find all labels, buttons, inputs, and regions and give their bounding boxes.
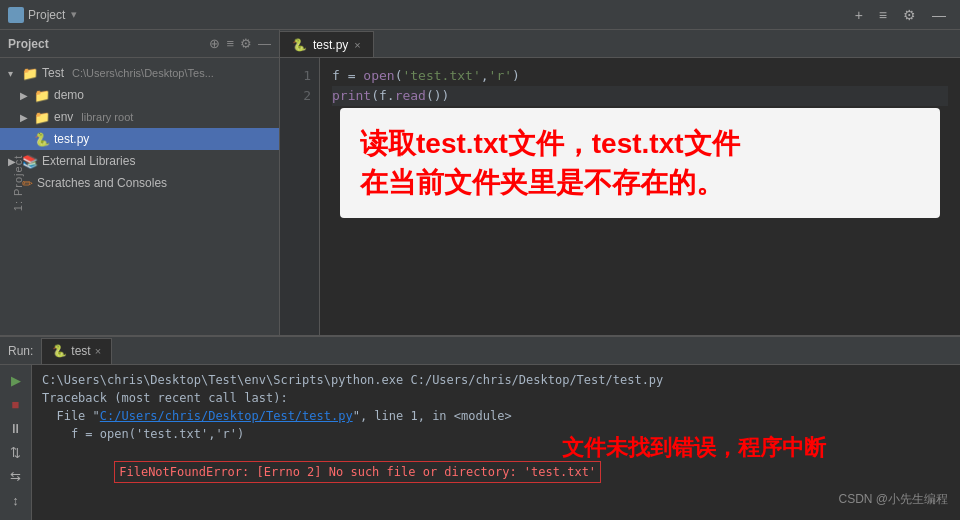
- top-bar-arrow: ▾: [71, 8, 77, 21]
- tree-label: Test: [42, 66, 64, 80]
- run-stop-btn[interactable]: ■: [5, 393, 27, 415]
- main-area: Project ⊕ ≡ ⚙ — ▾ 📁 Test C:\Users\chris\…: [0, 30, 960, 335]
- tree-sub: library root: [81, 111, 133, 123]
- settings-icon[interactable]: ⚙: [240, 36, 252, 51]
- add-module-icon[interactable]: ⊕: [209, 36, 220, 51]
- app-icon: [8, 7, 24, 23]
- run-tab-close[interactable]: ×: [95, 345, 101, 357]
- run-scroll-btn[interactable]: ⇆: [5, 465, 27, 487]
- tree-arrow: [20, 134, 30, 145]
- tree-label: env: [54, 110, 73, 124]
- run-tab[interactable]: 🐍 test ×: [41, 338, 112, 364]
- tab-testpy[interactable]: 🐍 test.py ×: [280, 31, 374, 57]
- run-pin-btn[interactable]: ↕: [5, 489, 27, 511]
- output-line-2: Traceback (most recent call last):: [42, 389, 950, 407]
- tree-item-scratches[interactable]: ✏ Scratches and Consoles: [0, 172, 279, 194]
- editor-area: 🐍 test.py × 1 2 f = open('test.txt','r')…: [280, 30, 960, 335]
- code-content[interactable]: f = open('test.txt','r') print(f.read())…: [320, 58, 960, 335]
- python-file-icon: 🐍: [34, 132, 50, 147]
- settings-btn[interactable]: ⚙: [897, 5, 922, 25]
- sidebar: Project ⊕ ≡ ⚙ — ▾ 📁 Test C:\Users\chris\…: [0, 30, 280, 335]
- add-btn[interactable]: +: [849, 5, 869, 25]
- output-line-3: File "C:/Users/chris/Desktop/Test/test.p…: [42, 407, 950, 425]
- code-annotation: 读取test.txt文件，test.txt文件在当前文件夹里是不存在的。: [340, 108, 940, 218]
- folder-icon: 📁: [22, 66, 38, 81]
- run-output[interactable]: C:\Users\chris\Desktop\Test\env\Scripts\…: [32, 365, 960, 520]
- error-message: FileNotFoundError: [Errno 2] No such fil…: [114, 461, 601, 483]
- collapse-icon[interactable]: —: [258, 36, 271, 51]
- code-line-1: f = open('test.txt','r'): [332, 66, 948, 86]
- tree-item-demo[interactable]: ▶ 📁 demo: [0, 84, 279, 106]
- run-rerun-btn[interactable]: ⇅: [5, 441, 27, 463]
- minimize-btn[interactable]: —: [926, 5, 952, 25]
- output-line-1: C:\Users\chris\Desktop\Test\env\Scripts\…: [42, 371, 950, 389]
- annotation-text: 读取test.txt文件，test.txt文件在当前文件夹里是不存在的。: [360, 124, 920, 202]
- run-label: Run:: [8, 344, 33, 358]
- tree-arrow: ▶: [20, 90, 30, 101]
- tree-item-external-libs[interactable]: ▶ 📚 External Libraries: [0, 150, 279, 172]
- code-editor: 1 2 f = open('test.txt','r') print(f.rea…: [280, 58, 960, 335]
- tab-close-btn[interactable]: ×: [354, 39, 360, 51]
- tree-label: External Libraries: [42, 154, 135, 168]
- run-sidebar: ▶ ■ ⏸ ⇅ ⇆ ↕: [0, 365, 32, 520]
- tab-label: test.py: [313, 38, 348, 52]
- tree-label: Scratches and Consoles: [37, 176, 167, 190]
- library-icon: 📚: [22, 154, 38, 169]
- add-folder-icon[interactable]: ≡: [226, 36, 234, 51]
- line-numbers: 1 2: [280, 58, 320, 335]
- tree-arrow: ▾: [8, 68, 18, 79]
- line-number: 2: [280, 86, 311, 106]
- vertical-tab-label: 1: Project: [12, 154, 24, 210]
- folder-icon: 📁: [34, 88, 50, 103]
- run-tab-icon: 🐍: [52, 344, 67, 358]
- error-annotation-text: 文件未找到错误，程序中断: [562, 439, 826, 457]
- tree-arrow: ▶: [20, 112, 30, 123]
- run-panel: Run: 🐍 test × ▶ ■ ⏸ ⇅ ⇆ ↕ C:\Users\chris…: [0, 335, 960, 520]
- code-line-2: print(f.read()): [332, 86, 948, 106]
- traceback-link[interactable]: C:/Users/chris/Desktop/Test/test.py: [100, 409, 353, 423]
- error-line-container: FileNotFoundError: [Errno 2] No such fil…: [42, 443, 950, 501]
- top-bar: Project ▾ + ≡ ⚙ —: [0, 0, 960, 30]
- run-pause-btn[interactable]: ⏸: [5, 417, 27, 439]
- tree-sub: C:\Users\chris\Desktop\Tes...: [72, 67, 214, 79]
- folder-icon: 📁: [34, 110, 50, 125]
- tree-item-env[interactable]: ▶ 📁 env library root: [0, 106, 279, 128]
- run-tab-label: test: [71, 344, 90, 358]
- tab-file-icon: 🐍: [292, 38, 307, 52]
- watermark: CSDN @小先生编程: [838, 491, 948, 508]
- line-number: 1: [280, 66, 311, 86]
- tree-label: demo: [54, 88, 84, 102]
- sidebar-tree: ▾ 📁 Test C:\Users\chris\Desktop\Tes... ▶…: [0, 58, 279, 335]
- tree-label: test.py: [54, 132, 89, 146]
- output-line-5: FileNotFoundError: [Errno 2] No such fil…: [42, 443, 601, 501]
- run-panel-header: Run: 🐍 test ×: [0, 337, 960, 365]
- editor-tabs: 🐍 test.py ×: [280, 30, 960, 58]
- tree-item-testpy[interactable]: 🐍 test.py: [0, 128, 279, 150]
- sidebar-header-title: Project: [8, 37, 49, 51]
- run-panel-body: ▶ ■ ⏸ ⇅ ⇆ ↕ C:\Users\chris\Desktop\Test\…: [0, 365, 960, 520]
- sidebar-header: Project ⊕ ≡ ⚙ —: [0, 30, 279, 58]
- menu-btn[interactable]: ≡: [873, 5, 893, 25]
- run-play-btn[interactable]: ▶: [5, 369, 27, 391]
- top-bar-title: Project: [28, 8, 65, 22]
- tree-item-test-root[interactable]: ▾ 📁 Test C:\Users\chris\Desktop\Tes...: [0, 62, 279, 84]
- sidebar-header-icons: ⊕ ≡ ⚙ —: [209, 36, 271, 51]
